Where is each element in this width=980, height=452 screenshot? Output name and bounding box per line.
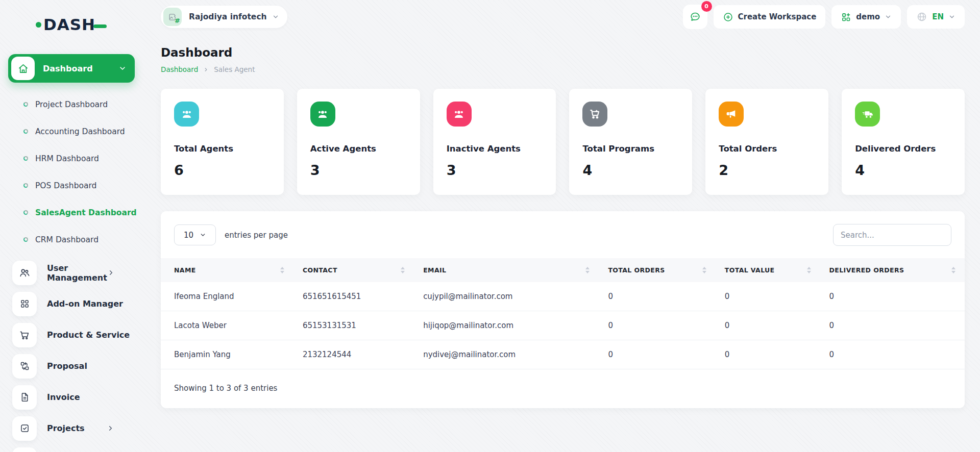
sort-icon	[280, 267, 284, 273]
workspace-selector[interactable]: # Rajodiya infotech	[161, 6, 287, 28]
chevron-down-icon	[118, 64, 127, 72]
chevron-right-icon	[203, 67, 209, 72]
language-selector[interactable]: EN	[907, 5, 965, 29]
column-header-delivered-orders[interactable]: DELIVERED ORDERS	[820, 258, 965, 282]
sidebar-item-proposal[interactable]: Proposal	[8, 350, 144, 382]
breadcrumb-root-link[interactable]: Dashboard	[161, 65, 198, 73]
sidebar-item-label: Project Dashboard	[35, 100, 108, 109]
sidebar-item-hrm-dashboard[interactable]: HRM Dashboard	[8, 145, 144, 172]
bullet-icon	[23, 183, 28, 188]
sidebar-main-nav: User Management Add-on Manager Product	[8, 257, 144, 452]
sidebar-item-addon-manager[interactable]: Add-on Manager	[8, 288, 144, 319]
page-size-label: entries per page	[225, 231, 288, 240]
create-workspace-button[interactable]: Create Workspace	[714, 5, 826, 29]
messages-badge: 0	[701, 1, 712, 12]
stat-value: 4	[855, 162, 951, 178]
cell-delivered-orders: 0	[820, 311, 965, 340]
table-entries-summary: Showing 1 to 3 of 3 entries	[161, 384, 965, 393]
bullet-icon	[23, 156, 28, 161]
stat-value: 3	[310, 162, 407, 178]
sidebar-item-accounting[interactable]: Accounting	[8, 444, 144, 452]
workspace-switcher-label: demo	[856, 12, 880, 21]
sort-icon	[401, 267, 405, 273]
sidebar-item-product-service[interactable]: Product & Service	[8, 319, 144, 350]
stat-card-active-agents: Active Agents 3	[297, 89, 420, 195]
sidebar-item-user-management[interactable]: User Management	[8, 257, 144, 288]
sidebar-item-project-dashboard[interactable]: Project Dashboard	[8, 91, 144, 118]
sidebar-item-label: Accounting Dashboard	[35, 127, 125, 136]
cell-delivered-orders: 0	[820, 282, 965, 311]
topbar-actions: 0 Create Workspace demo EN	[683, 5, 965, 29]
sidebar-item-projects[interactable]: Projects	[8, 413, 144, 444]
sidebar-item-crm-dashboard[interactable]: CRM Dashboard	[8, 226, 144, 253]
plus-circle-icon	[723, 12, 733, 22]
grid-plus-icon	[12, 447, 37, 452]
stat-card-total-programs: Total Programs 4	[569, 89, 692, 195]
cell-email: cujypil@mailinator.com	[414, 282, 599, 311]
sidebar-item-accounting-dashboard[interactable]: Accounting Dashboard	[8, 118, 144, 145]
cell-email: hijiqop@mailinator.com	[414, 311, 599, 340]
workspace-switcher[interactable]: demo	[831, 5, 901, 29]
page-size-select[interactable]: 10	[174, 224, 216, 245]
table-header: NAME CONTACT EMAIL TOTAL ORDERS TOTAL VA…	[161, 258, 965, 282]
bullet-icon	[23, 129, 28, 134]
logo-dash-icon	[93, 24, 107, 28]
workspace-name: Rajodiya infotech	[189, 12, 267, 21]
column-header-total-value[interactable]: TOTAL VALUE	[716, 258, 820, 282]
chevron-down-icon	[272, 13, 279, 20]
chevron-down-icon	[200, 232, 206, 238]
stat-label: Total Programs	[582, 144, 679, 154]
users-group-icon	[447, 102, 472, 127]
column-header-email[interactable]: EMAIL	[414, 258, 599, 282]
chevron-right-icon	[107, 269, 115, 277]
table-row: Lacota Weber 65153131531 hijiqop@mailina…	[161, 311, 965, 340]
sidebar-item-pos-dashboard[interactable]: POS Dashboard	[8, 172, 144, 199]
agents-table: NAME CONTACT EMAIL TOTAL ORDERS TOTAL VA…	[161, 258, 965, 369]
sidebar-item-label: Invoice	[47, 392, 144, 402]
swap-icon	[12, 354, 37, 379]
stat-value: 2	[719, 162, 815, 178]
sort-icon	[585, 267, 590, 273]
main-content: # Rajodiya infotech 0 Create Workspace d…	[144, 0, 980, 452]
megaphone-icon	[719, 102, 744, 127]
stat-card-total-orders: Total Orders 2	[705, 89, 828, 195]
sidebar-item-label: Proposal	[47, 361, 144, 371]
sidebar-item-label: Dashboard	[43, 64, 118, 73]
sidebar-item-label: User Management	[47, 263, 107, 283]
search-input[interactable]	[833, 224, 951, 246]
sidebar-item-dashboard[interactable]: Dashboard	[8, 54, 135, 83]
bullet-icon	[23, 210, 28, 215]
bullet-icon	[23, 237, 28, 242]
table-row: Benjamin Yang 2132124544 nydivej@mailina…	[161, 340, 965, 369]
chevron-down-icon	[948, 13, 955, 20]
cell-total-value: 0	[716, 282, 820, 311]
cell-contact: 65153131531	[293, 311, 414, 340]
cell-total-value: 0	[716, 340, 820, 369]
sidebar-item-invoice[interactable]: Invoice	[8, 382, 144, 413]
sidebar-item-salesagent-dashboard[interactable]: SalesAgent Dashboard	[8, 199, 144, 226]
bullet-icon	[23, 102, 28, 107]
sort-icon	[951, 267, 955, 273]
chevron-right-icon	[107, 424, 114, 432]
stat-label: Delivered Orders	[855, 144, 951, 154]
stat-value: 4	[582, 162, 679, 178]
brand-logo[interactable]: DASH	[36, 14, 144, 35]
grid-plus-icon	[841, 12, 851, 22]
sidebar-item-label: Product & Service	[47, 330, 144, 340]
stat-cards: Total Agents 6 Active Agents 3 Inactive …	[161, 89, 965, 195]
table-row: Ifeoma England 651651615451 cujypil@mail…	[161, 282, 965, 311]
agents-table-card: 10 entries per page NAME CONTACT EMAIL T	[161, 211, 965, 408]
column-header-total-orders[interactable]: TOTAL ORDERS	[599, 258, 715, 282]
table-controls: 10 entries per page	[161, 211, 965, 246]
topbar: # Rajodiya infotech 0 Create Workspace d…	[161, 5, 965, 29]
messages-button[interactable]: 0	[683, 5, 707, 29]
checkbox-icon	[12, 416, 37, 441]
truck-icon	[855, 102, 880, 127]
cell-contact: 651651615451	[293, 282, 414, 311]
cart-icon	[12, 323, 37, 347]
column-header-name[interactable]: NAME	[161, 258, 293, 282]
users-icon	[12, 261, 37, 285]
sidebar-item-label: Projects	[47, 423, 107, 433]
column-header-contact[interactable]: CONTACT	[293, 258, 414, 282]
create-workspace-label: Create Workspace	[738, 12, 817, 21]
